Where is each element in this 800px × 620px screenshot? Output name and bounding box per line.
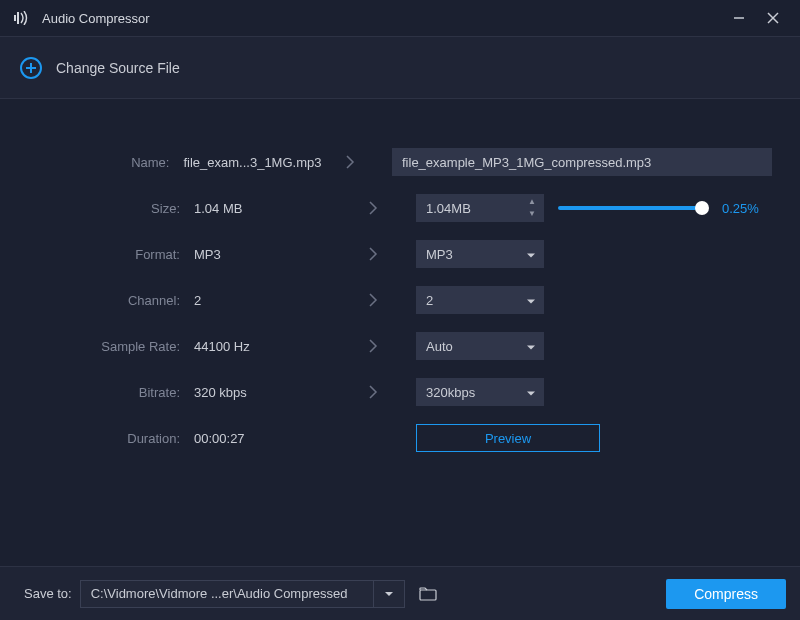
label-name: Name: [28,155,177,170]
app-icon [14,9,32,27]
add-icon [18,55,44,81]
app-title: Audio Compressor [42,11,150,26]
sample-rate-select[interactable]: Auto [416,332,544,360]
size-reduction-pct: 0.25% [722,201,772,216]
chevron-down-icon [526,339,536,354]
bitrate-select[interactable]: 320kbps [416,378,544,406]
compress-button[interactable]: Compress [666,579,786,609]
arrow-icon [358,292,388,308]
value-size: 1.04 MB [188,201,358,216]
slider-thumb[interactable] [695,201,709,215]
close-button[interactable] [756,4,790,32]
svg-rect-1 [17,12,19,24]
titlebar: Audio Compressor [0,0,800,36]
chevron-down-icon [526,385,536,400]
preview-button[interactable]: Preview [416,424,600,452]
size-stepper-value: 1.04MB [416,201,524,216]
size-stepper[interactable]: 1.04MB ▲ ▼ [416,194,544,222]
sample-rate-select-value: Auto [426,339,453,354]
chevron-down-icon [526,247,536,262]
label-format: Format: [28,247,188,262]
arrow-icon [358,200,388,216]
label-size: Size: [28,201,188,216]
size-step-down-icon[interactable]: ▼ [524,208,540,220]
size-slider[interactable] [558,206,702,210]
value-duration: 00:00:27 [188,431,358,446]
output-name-input[interactable] [392,148,772,176]
channel-select[interactable]: 2 [416,286,544,314]
label-duration: Duration: [28,431,188,446]
value-channel: 2 [188,293,358,308]
svg-rect-8 [420,590,436,600]
footer: Save to: C:\Vidmore\Vidmore ...er\Audio … [0,566,800,620]
minimize-button[interactable] [722,4,756,32]
open-folder-button[interactable] [413,580,443,608]
value-bitrate: 320 kbps [188,385,358,400]
save-path-value: C:\Vidmore\Vidmore ...er\Audio Compresse… [91,586,348,601]
label-sample-rate: Sample Rate: [28,339,188,354]
arrow-icon [358,384,388,400]
bitrate-select-value: 320kbps [426,385,475,400]
save-path-dropdown[interactable] [373,580,405,608]
settings-panel: Name: file_exam...3_1MG.mp3 Size: 1.04 M… [0,99,800,566]
format-select-value: MP3 [426,247,453,262]
format-select[interactable]: MP3 [416,240,544,268]
channel-select-value: 2 [426,293,433,308]
change-source-label: Change Source File [56,60,180,76]
chevron-down-icon [526,293,536,308]
label-bitrate: Bitrate: [28,385,188,400]
arrow-icon [358,246,388,262]
preview-button-label: Preview [485,431,531,446]
arrow-icon [358,338,388,354]
value-sample-rate: 44100 Hz [188,339,358,354]
save-path-input[interactable]: C:\Vidmore\Vidmore ...er\Audio Compresse… [80,580,374,608]
size-step-up-icon[interactable]: ▲ [524,196,540,208]
arrow-icon [336,154,364,170]
label-channel: Channel: [28,293,188,308]
save-to-label: Save to: [24,586,72,601]
compress-button-label: Compress [694,586,758,602]
value-format: MP3 [188,247,358,262]
value-name: file_exam...3_1MG.mp3 [177,155,336,170]
change-source-bar[interactable]: Change Source File [0,36,800,99]
svg-rect-0 [14,15,16,21]
